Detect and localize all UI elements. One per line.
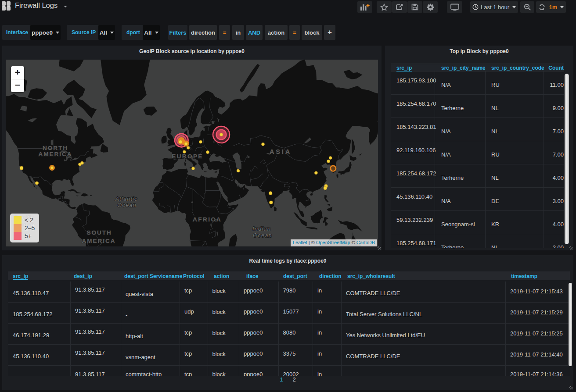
svg-text:Ocean: Ocean	[117, 202, 137, 208]
svg-text:AMERICA: AMERICA	[39, 151, 72, 157]
svg-text:Ocean: Ocean	[253, 232, 272, 239]
svg-text:AFRICA: AFRICA	[193, 216, 222, 223]
svg-text:SOUTH: SOUTH	[86, 229, 112, 236]
svg-text:Indian: Indian	[252, 225, 271, 232]
svg-text:AMERICA: AMERICA	[82, 238, 116, 244]
svg-text:Atlantic: Atlantic	[115, 196, 137, 202]
svg-text:ASIA: ASIA	[270, 148, 292, 155]
svg-text:EUROPE: EUROPE	[172, 153, 203, 160]
svg-text:NORTH: NORTH	[43, 145, 68, 151]
